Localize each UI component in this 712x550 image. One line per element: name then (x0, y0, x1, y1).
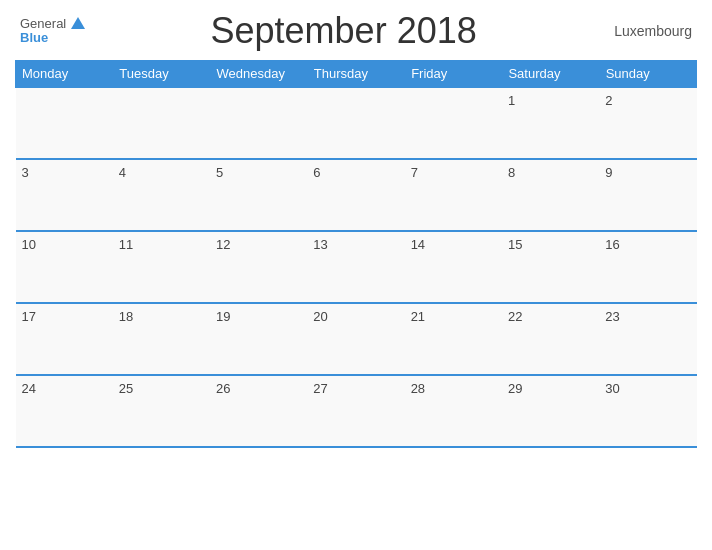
day-number: 20 (313, 309, 327, 324)
day-number: 1 (508, 93, 515, 108)
day-number: 2 (605, 93, 612, 108)
day-number: 23 (605, 309, 619, 324)
logo-triangle-icon (71, 17, 85, 29)
day-number: 19 (216, 309, 230, 324)
calendar-day-cell (307, 87, 404, 159)
day-number: 11 (119, 237, 133, 252)
weekday-thursday: Thursday (307, 61, 404, 88)
calendar-container: General Blue September 2018 Luxembourg M… (0, 0, 712, 550)
day-number: 18 (119, 309, 133, 324)
day-number: 14 (411, 237, 425, 252)
calendar-country: Luxembourg (602, 23, 692, 39)
day-number: 22 (508, 309, 522, 324)
day-number: 6 (313, 165, 320, 180)
calendar-day-cell: 2 (599, 87, 696, 159)
calendar-day-cell: 10 (16, 231, 113, 303)
calendar-day-cell: 21 (405, 303, 502, 375)
calendar-day-cell: 17 (16, 303, 113, 375)
calendar-day-cell: 6 (307, 159, 404, 231)
calendar-day-cell: 29 (502, 375, 599, 447)
day-number: 12 (216, 237, 230, 252)
calendar-day-cell (16, 87, 113, 159)
day-number: 26 (216, 381, 230, 396)
weekday-wednesday: Wednesday (210, 61, 307, 88)
day-number: 10 (22, 237, 36, 252)
day-number: 30 (605, 381, 619, 396)
calendar-week-row: 3456789 (16, 159, 697, 231)
calendar-day-cell: 11 (113, 231, 210, 303)
logo-blue-text: Blue (20, 31, 48, 45)
calendar-week-row: 10111213141516 (16, 231, 697, 303)
day-number: 27 (313, 381, 327, 396)
calendar-day-cell: 19 (210, 303, 307, 375)
weekday-monday: Monday (16, 61, 113, 88)
day-number: 9 (605, 165, 612, 180)
calendar-day-cell (210, 87, 307, 159)
day-number: 21 (411, 309, 425, 324)
day-number: 29 (508, 381, 522, 396)
day-number: 24 (22, 381, 36, 396)
calendar-day-cell: 16 (599, 231, 696, 303)
calendar-day-cell: 28 (405, 375, 502, 447)
day-number: 3 (22, 165, 29, 180)
day-number: 28 (411, 381, 425, 396)
weekday-friday: Friday (405, 61, 502, 88)
calendar-day-cell: 24 (16, 375, 113, 447)
calendar-day-cell (113, 87, 210, 159)
calendar-day-cell: 4 (113, 159, 210, 231)
calendar-day-cell: 23 (599, 303, 696, 375)
logo-general-text: General (20, 17, 66, 31)
day-number: 25 (119, 381, 133, 396)
calendar-week-row: 12 (16, 87, 697, 159)
calendar-day-cell: 20 (307, 303, 404, 375)
calendar-day-cell: 1 (502, 87, 599, 159)
calendar-day-cell: 14 (405, 231, 502, 303)
logo: General Blue (20, 17, 85, 46)
calendar-day-cell: 30 (599, 375, 696, 447)
calendar-day-cell: 18 (113, 303, 210, 375)
day-number: 17 (22, 309, 36, 324)
weekday-tuesday: Tuesday (113, 61, 210, 88)
calendar-header: General Blue September 2018 Luxembourg (15, 10, 697, 52)
calendar-grid: Monday Tuesday Wednesday Thursday Friday… (15, 60, 697, 448)
calendar-title: September 2018 (85, 10, 602, 52)
day-number: 16 (605, 237, 619, 252)
calendar-day-cell: 22 (502, 303, 599, 375)
calendar-day-cell: 3 (16, 159, 113, 231)
calendar-week-row: 17181920212223 (16, 303, 697, 375)
weekday-header-row: Monday Tuesday Wednesday Thursday Friday… (16, 61, 697, 88)
day-number: 7 (411, 165, 418, 180)
calendar-day-cell: 25 (113, 375, 210, 447)
calendar-day-cell (405, 87, 502, 159)
calendar-day-cell: 8 (502, 159, 599, 231)
weekday-sunday: Sunday (599, 61, 696, 88)
day-number: 8 (508, 165, 515, 180)
day-number: 13 (313, 237, 327, 252)
calendar-day-cell: 26 (210, 375, 307, 447)
calendar-day-cell: 9 (599, 159, 696, 231)
calendar-day-cell: 7 (405, 159, 502, 231)
calendar-day-cell: 13 (307, 231, 404, 303)
day-number: 5 (216, 165, 223, 180)
calendar-week-row: 24252627282930 (16, 375, 697, 447)
calendar-day-cell: 15 (502, 231, 599, 303)
calendar-day-cell: 5 (210, 159, 307, 231)
calendar-day-cell: 12 (210, 231, 307, 303)
weekday-saturday: Saturday (502, 61, 599, 88)
day-number: 4 (119, 165, 126, 180)
calendar-day-cell: 27 (307, 375, 404, 447)
day-number: 15 (508, 237, 522, 252)
